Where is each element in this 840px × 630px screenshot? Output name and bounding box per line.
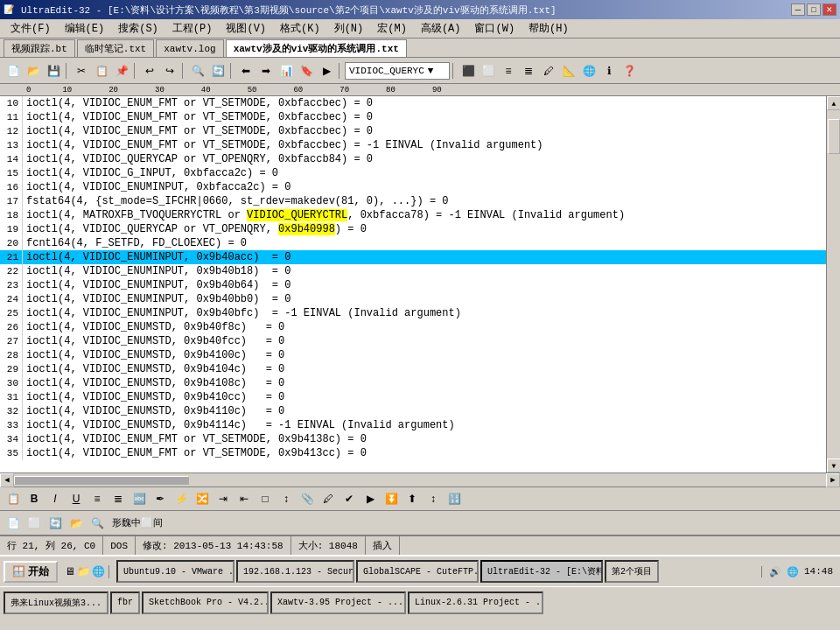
menu-view[interactable]: 视图(V) bbox=[219, 19, 273, 38]
code-line-33[interactable]: 33ioctl(4, VIDIOC_ENUMSTD, 0x9b4114c) = … bbox=[0, 418, 826, 432]
toolbar-btn-a[interactable]: ⬅ bbox=[236, 61, 256, 80]
menu-help[interactable]: 帮助(H) bbox=[522, 19, 576, 38]
tb2-btn-20[interactable]: ⬆ bbox=[402, 489, 422, 508]
tab-3[interactable]: xawtv涉及的viv驱动的系统调用.txt bbox=[226, 39, 407, 57]
code-line-18[interactable]: 18ioctl(4, MATROXFB_TVOQUERRYCTRL or VID… bbox=[0, 208, 826, 222]
toolbar-replace[interactable]: 🔄 bbox=[208, 61, 228, 80]
taskbar2-item-0[interactable]: 弗来Linux视频第3... bbox=[4, 592, 108, 614]
code-line-21[interactable]: 21ioctl(4, VIDIOC_ENUMINPUT, 0x9b40acc) … bbox=[0, 250, 826, 264]
tb2-btn-13[interactable]: □ bbox=[256, 489, 275, 508]
toolbar-undo[interactable]: ↩ bbox=[140, 61, 159, 80]
toolbar-btn-c[interactable]: 📊 bbox=[276, 61, 296, 80]
tb2-btn-17[interactable]: ✔ bbox=[340, 489, 359, 508]
code-line-27[interactable]: 27ioctl(4, VIDIOC_ENUMSTD, 0x9b40fcc) = … bbox=[0, 334, 826, 348]
code-line-10[interactable]: 10ioctl(4, VIDIOC_ENUM_FMT or VT_SETMODE… bbox=[0, 96, 826, 110]
tb3-btn-4[interactable]: 📂 bbox=[66, 514, 86, 533]
ql-icon1[interactable]: 🖥 bbox=[65, 565, 75, 578]
toolbar-btn-k[interactable]: 📐 bbox=[559, 61, 578, 80]
tb3-btn-5[interactable]: 🔍 bbox=[88, 514, 107, 533]
start-button[interactable]: 🪟 开始 bbox=[4, 561, 58, 583]
minimize-button[interactable]: ─ bbox=[791, 4, 805, 16]
toolbar-find[interactable]: 🔍 bbox=[188, 61, 207, 80]
tb2-btn-18[interactable]: ▶ bbox=[360, 489, 380, 508]
code-line-28[interactable]: 28ioctl(4, VIDIOC_ENUMSTD, 0x9b4100c) = … bbox=[0, 348, 826, 362]
tb2-btn-4[interactable]: U bbox=[66, 489, 86, 508]
menu-search[interactable]: 搜索(S) bbox=[111, 19, 165, 38]
toolbar-redo[interactable]: ↪ bbox=[160, 61, 179, 80]
menu-window[interactable]: 窗口(W) bbox=[467, 19, 522, 38]
taskbar2-item-1[interactable]: fbr bbox=[110, 592, 140, 614]
toolbar-btn-h[interactable]: ≡ bbox=[499, 61, 518, 80]
code-line-13[interactable]: 13ioctl(4, VIDIOC_ENUM_FMT or VT_SETMODE… bbox=[0, 138, 826, 152]
tb2-btn-14[interactable]: ↕ bbox=[276, 489, 296, 508]
code-line-12[interactable]: 12ioctl(4, VIDIOC_ENUM_FMT or VT_SETMODE… bbox=[0, 124, 826, 138]
menu-macro[interactable]: 宏(M) bbox=[370, 19, 414, 38]
horizontal-scrollbar[interactable]: ◀ ▶ bbox=[0, 472, 840, 486]
hscroll-right[interactable]: ▶ bbox=[826, 473, 840, 487]
tb2-btn-1[interactable]: 📋 bbox=[4, 489, 23, 508]
toolbar-dropdown[interactable]: VIDIOC_QUERYC ▼ bbox=[345, 62, 450, 80]
tb2-btn-7[interactable]: 🔤 bbox=[130, 489, 149, 508]
code-line-25[interactable]: 25ioctl(4, VIDIOC_ENUMINPUT, 0x9b40bfc) … bbox=[0, 306, 826, 320]
tb2-btn-21[interactable]: ↕ bbox=[424, 489, 443, 508]
code-line-29[interactable]: 29ioctl(4, VIDIOC_ENUMSTD, 0x9b4104c) = … bbox=[0, 362, 826, 376]
hscroll-left[interactable]: ◀ bbox=[0, 473, 14, 487]
toolbar-btn-d[interactable]: 🔖 bbox=[297, 61, 316, 80]
tb3-btn-3[interactable]: 🔄 bbox=[46, 514, 65, 533]
tb2-btn-22[interactable]: 🔢 bbox=[444, 489, 464, 508]
taskbar-item-2[interactable]: GlobalSCAPE - CuteFTP... bbox=[356, 560, 479, 583]
tab-0[interactable]: 视频跟踪.bt bbox=[4, 39, 75, 57]
toolbar-btn-i[interactable]: ≣ bbox=[519, 61, 538, 80]
tb2-btn-19[interactable]: ⏬ bbox=[382, 489, 401, 508]
maximize-button[interactable]: □ bbox=[807, 4, 821, 16]
tb2-btn-8[interactable]: ✒ bbox=[150, 489, 170, 508]
taskbar2-item-2[interactable]: SketchBook Pro - V4.2... bbox=[142, 592, 269, 614]
tb2-btn-15[interactable]: 📎 bbox=[298, 489, 317, 508]
scroll-up[interactable]: ▲ bbox=[827, 96, 840, 110]
toolbar-copy[interactable]: 📋 bbox=[92, 61, 111, 80]
code-line-15[interactable]: 15ioctl(4, VIDIOC_G_INPUT, 0xbfacca2c) =… bbox=[0, 166, 826, 180]
toolbar-btn-e[interactable]: ▶ bbox=[317, 61, 336, 80]
code-line-31[interactable]: 31ioctl(4, VIDIOC_ENUMSTD, 0x9b410cc) = … bbox=[0, 390, 826, 404]
hscroll-track[interactable] bbox=[14, 476, 826, 485]
tb2-btn-10[interactable]: 🔀 bbox=[192, 489, 212, 508]
code-line-14[interactable]: 14ioctl(4, VIDIOC_QUERYCAP or VT_OPENQRY… bbox=[0, 152, 826, 166]
scroll-thumb[interactable] bbox=[828, 119, 840, 154]
taskbar-item-4[interactable]: 第2个项目 bbox=[605, 560, 659, 583]
toolbar-open[interactable]: 📂 bbox=[24, 61, 43, 80]
tb2-btn-9[interactable]: ⚡ bbox=[172, 489, 191, 508]
code-line-32[interactable]: 32ioctl(4, VIDIOC_ENUMSTD, 0x9b4110c) = … bbox=[0, 404, 826, 418]
toolbar-btn-l[interactable]: 🌐 bbox=[579, 61, 598, 80]
code-line-16[interactable]: 16ioctl(4, VIDIOC_ENUMINPUT, 0xbfacca2c)… bbox=[0, 180, 826, 194]
code-line-23[interactable]: 23ioctl(4, VIDIOC_ENUMINPUT, 0x9b40b64) … bbox=[0, 278, 826, 292]
taskbar-item-3[interactable]: UltraEdit-32 - [E:\资料\... bbox=[480, 560, 603, 583]
vertical-scrollbar[interactable]: ▲ ▼ bbox=[826, 96, 840, 472]
taskbar-item-0[interactable]: Ubuntu9.10 - VMware ... bbox=[116, 560, 234, 583]
menu-file[interactable]: 文件(F) bbox=[4, 19, 58, 38]
tb2-btn-2[interactable]: B bbox=[24, 489, 44, 508]
code-line-17[interactable]: 17fstat64(4, {st_mode=S_IFCHR|0660, st_r… bbox=[0, 194, 826, 208]
toolbar-btn-g[interactable]: ⬜ bbox=[479, 61, 498, 80]
tb3-btn-2[interactable]: ⬜ bbox=[24, 514, 44, 533]
menu-advanced[interactable]: 高级(A) bbox=[414, 19, 468, 38]
code-area[interactable]: 10ioctl(4, VIDIOC_ENUM_FMT or VT_SETMODE… bbox=[0, 96, 826, 472]
code-line-35[interactable]: 35ioctl(4, VIDIOC_ENUM_FMT or VT_SETMODE… bbox=[0, 446, 826, 460]
tab-2[interactable]: xawtv.log bbox=[156, 39, 223, 57]
ql-icon2[interactable]: 📁 bbox=[77, 565, 90, 578]
menu-format[interactable]: 格式(K) bbox=[273, 19, 327, 38]
code-line-34[interactable]: 34ioctl(4, VIDIOC_ENUM_FMT or VT_SETMODE… bbox=[0, 432, 826, 446]
toolbar-btn-j[interactable]: 🖊 bbox=[539, 61, 558, 80]
toolbar-save[interactable]: 💾 bbox=[44, 61, 63, 80]
toolbar-new[interactable]: 📄 bbox=[4, 61, 23, 80]
toolbar-btn-b[interactable]: ➡ bbox=[256, 61, 276, 80]
code-line-11[interactable]: 11ioctl(4, VIDIOC_ENUM_FMT or VT_SETMODE… bbox=[0, 110, 826, 124]
tb2-btn-5[interactable]: ≡ bbox=[88, 489, 107, 508]
tb2-btn-11[interactable]: ⇥ bbox=[214, 489, 233, 508]
taskbar-item-1[interactable]: 192.168.1.123 - Secur... bbox=[236, 560, 354, 583]
toolbar-paste[interactable]: 📌 bbox=[112, 61, 131, 80]
hscroll-thumb[interactable] bbox=[14, 476, 189, 485]
menu-project[interactable]: 工程(P) bbox=[165, 19, 220, 38]
tb2-btn-16[interactable]: 🖊 bbox=[318, 489, 338, 508]
menu-column[interactable]: 列(N) bbox=[327, 19, 371, 38]
code-line-19[interactable]: 19ioctl(4, VIDIOC_QUERYCAP or VT_OPENQRY… bbox=[0, 222, 826, 236]
